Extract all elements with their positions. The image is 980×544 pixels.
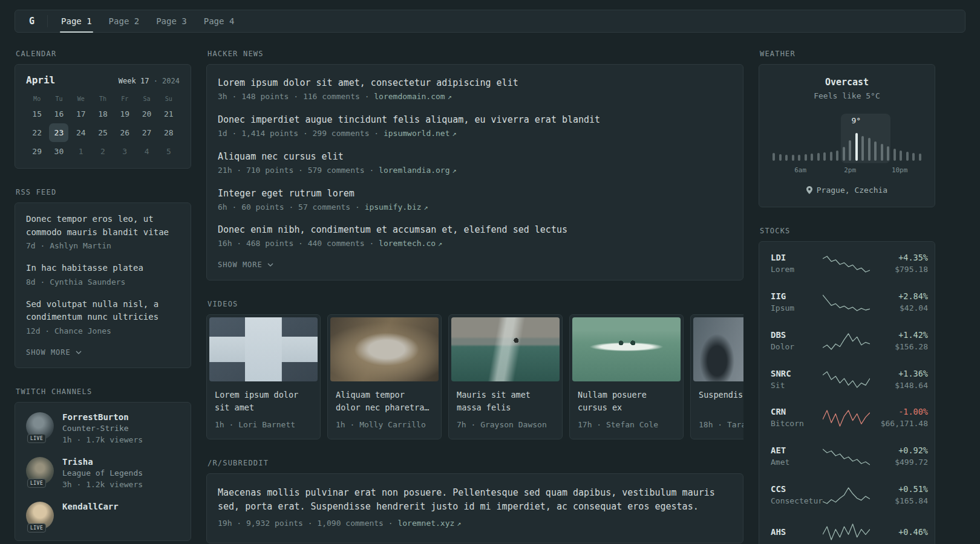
meta-text: 19h · 9,932 points · 1,090 comments · — [218, 519, 397, 528]
calendar-day: 30 — [49, 142, 68, 161]
stock-values: +0.51%$165.84 — [870, 484, 928, 507]
calendar-day: 21 — [159, 105, 178, 123]
channel-name[interactable]: Trisha — [62, 457, 143, 467]
video-meta: 7h · Grayson Dawson — [457, 419, 554, 431]
weather-bar — [779, 154, 782, 161]
video-title[interactable]: Lorem ipsum dolor sit amet consectetu… — [215, 389, 312, 414]
weather-card: Overcast Feels like 5°C 9° 6am2pm10pm Pr… — [759, 64, 935, 207]
hackernews-item-meta: 3h · 148 points · 116 comments · loremdo… — [218, 91, 732, 103]
video-meta: 17h · Stefan Cole — [578, 419, 675, 431]
nav-tab-page-2[interactable]: Page 2 — [100, 10, 148, 32]
calendar-widget: CALENDAR April Week 17 · 2024 MoTuWeThFr… — [15, 50, 191, 169]
channel-game: Counter-Strike — [62, 424, 143, 433]
nav-tab-page-1[interactable]: Page 1 — [53, 10, 100, 32]
hackernews-item-title[interactable]: Aliquam nec cursus elit — [218, 151, 732, 163]
video-thumbnail[interactable] — [693, 317, 743, 381]
domain-link[interactable]: loremtech.co — [379, 239, 436, 248]
twitch-widget: TWITCH CHANNELS LIVEForrestBurtonCounter… — [15, 387, 191, 541]
meta-text: 3h · 148 points · 116 comments · — [218, 92, 374, 101]
stock-row: DBSDolor+1.42%$156.28 — [771, 322, 923, 361]
video-thumbnail[interactable] — [330, 317, 439, 381]
stock-symbol[interactable]: LDI — [771, 253, 823, 262]
rss-list: Donec tempor eros leo, ut commodo mauris… — [26, 213, 180, 337]
stock-symbol[interactable]: DBS — [771, 330, 823, 340]
show-more-label: SHOW MORE — [218, 261, 263, 269]
center-column: HACKER NEWS Lorem ipsum dolor sit amet, … — [206, 50, 743, 543]
twitch-channel-row[interactable]: LIVEKendallCarr — [26, 502, 180, 529]
twitch-channel-row[interactable]: LIVETrishaLeague of Legends3h · 1.2k vie… — [26, 457, 180, 491]
stock-sparkline — [823, 409, 870, 427]
stock-name: Ipsum — [771, 303, 823, 314]
twitch-channel-row[interactable]: LIVEForrestBurtonCounter-Strike1h · 1.7k… — [26, 412, 180, 446]
left-column: CALENDAR April Week 17 · 2024 MoTuWeThFr… — [15, 50, 191, 541]
video-title[interactable]: Aliquam tempor dolor nec pharetra… — [336, 389, 433, 414]
hackernews-item-title[interactable]: Donec imperdiet augue tincidunt felis al… — [218, 114, 732, 126]
domain-link[interactable]: ipsumify.biz — [365, 202, 422, 212]
weather-bar — [836, 151, 838, 161]
video-thumbnail[interactable] — [451, 317, 560, 381]
video-title[interactable]: Suspendisse diam — [699, 389, 743, 414]
channel-name[interactable]: ForrestBurton — [62, 412, 143, 422]
video-card[interactable]: Mauris sit amet massa felis7h · Grayson … — [448, 314, 563, 439]
domain-link[interactable]: loremdomain.com — [374, 92, 445, 101]
channel-game: League of Legends — [62, 468, 143, 478]
rss-item-title[interactable]: Donec tempor eros leo, ut commodo mauris… — [26, 213, 180, 239]
hackernews-show-more-button[interactable]: SHOW MORE — [218, 261, 273, 269]
video-card[interactable]: Nullam posuere cursus ex17h · Stefan Col… — [569, 314, 684, 439]
domain-link[interactable]: loremlandia.org — [379, 166, 449, 175]
stock-symbol[interactable]: CRN — [771, 407, 823, 416]
stock-symbol[interactable]: AHS — [771, 527, 823, 537]
subreddit-post-title[interactable]: Maecenas mollis pulvinar erat non posuer… — [218, 486, 732, 513]
sparkline-chart — [823, 409, 870, 427]
stocks-card: LDILorem+4.35%$795.18IIGIpsum+2.84%$42.0… — [759, 241, 935, 544]
stock-symbol[interactable]: IIG — [771, 291, 823, 301]
stock-row: IIGIpsum+2.84%$42.04 — [771, 283, 923, 322]
meta-text: 21h · 710 points · 579 comments · — [218, 166, 379, 175]
video-thumbnail[interactable] — [572, 317, 681, 381]
hackernews-item-title[interactable]: Donec enim nibh, condimentum et accumsan… — [218, 224, 732, 236]
calendar-card: April Week 17 · 2024 MoTuWeThFrSaSu 1516… — [15, 64, 191, 169]
rss-item-title[interactable]: Sed volutpat nulla nisl, a condimentum n… — [26, 298, 180, 324]
nav-tab-page-4[interactable]: Page 4 — [195, 10, 243, 32]
nav-tab-page-3[interactable]: Page 3 — [148, 10, 195, 32]
stock-values: +1.42%$156.28 — [870, 330, 928, 353]
stock-symbol[interactable]: CCS — [771, 484, 823, 494]
calendar-dow-label: Sa — [136, 96, 157, 102]
channel-name[interactable]: KendallCarr — [62, 502, 119, 511]
stock-name: Bitcorn — [771, 418, 823, 430]
weather-location-label: Prague, Czechia — [817, 186, 887, 195]
stock-values: +0.92%$499.72 — [870, 445, 928, 468]
video-card[interactable]: Lorem ipsum dolor sit amet consectetu…1h… — [206, 314, 321, 439]
weather-bar — [823, 152, 826, 161]
calendar-day-headers: MoTuWeThFrSaSu — [26, 96, 180, 102]
calendar-dow-label: Su — [158, 96, 180, 102]
hackernews-item-meta: 1d · 1,414 points · 299 comments · ipsum… — [218, 128, 732, 140]
rss-item: In hac habitasse platea8d · Cynthia Saun… — [26, 262, 180, 288]
video-thumbnail[interactable] — [209, 317, 318, 381]
video-title[interactable]: Mauris sit amet massa felis — [457, 389, 554, 414]
domain-link[interactable]: ipsumworld.net — [384, 129, 450, 138]
videos-scroll-row[interactable]: Lorem ipsum dolor sit amet consectetu…1h… — [206, 314, 743, 439]
stock-info: DBSDolor — [771, 330, 823, 353]
hackernews-item-title[interactable]: Integer eget rutrum lorem — [218, 187, 732, 200]
subreddit-card: Maecenas mollis pulvinar erat non posuer… — [206, 473, 743, 543]
domain-link[interactable]: loremnet.xyz — [397, 519, 454, 528]
video-card[interactable]: Aliquam tempor dolor nec pharetra…1h · M… — [327, 314, 442, 439]
weather-bar — [843, 147, 845, 161]
rss-show-more-button[interactable]: SHOW MORE — [26, 348, 82, 357]
calendar-day: 26 — [115, 123, 134, 142]
video-title[interactable]: Nullam posuere cursus ex — [578, 389, 675, 414]
hackernews-item-title[interactable]: Lorem ipsum dolor sit amet, consectetur … — [218, 77, 732, 89]
weather-bar — [773, 153, 775, 161]
video-card[interactable]: Suspendisse diam18h · Tara — [690, 314, 743, 439]
stock-symbol[interactable]: AET — [771, 445, 823, 455]
weather-bars — [773, 132, 921, 161]
rss-item-meta: 7d · Ashlyn Martin — [26, 241, 180, 252]
video-meta: 1h · Molly Carrillo — [336, 419, 433, 431]
stock-symbol[interactable]: SNRC — [771, 369, 823, 378]
rss-item-title[interactable]: In hac habitasse platea — [26, 262, 180, 275]
stock-sparkline — [823, 523, 870, 541]
rss-card: Donec tempor eros leo, ut commodo mauris… — [15, 202, 191, 368]
stock-row: AETAmet+0.92%$499.72 — [771, 438, 923, 476]
stock-info: IIGIpsum — [771, 291, 823, 314]
